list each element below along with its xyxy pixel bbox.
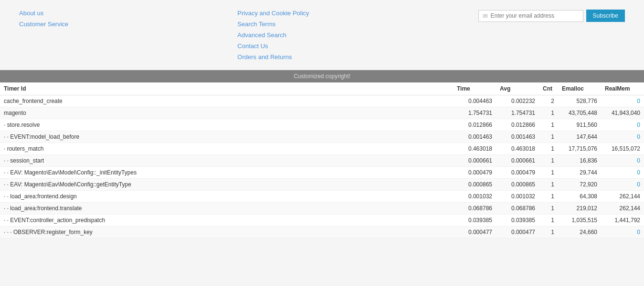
cell-emalloc: 1,035,515 bbox=[558, 214, 601, 226]
cell-avg: 0.001032 bbox=[496, 191, 539, 203]
table-header-row: Timer Id Time Avg Cnt Emalloc RealMem bbox=[0, 82, 644, 95]
cell-time: 0.001463 bbox=[453, 131, 496, 143]
cell-realmem[interactable]: 0 bbox=[601, 95, 644, 107]
cell-realmem[interactable]: 0 bbox=[601, 226, 644, 238]
cell-time: 1.754731 bbox=[453, 107, 496, 119]
customer-service-link[interactable]: Customer Service bbox=[19, 20, 68, 28]
email-input-wrapper: ✉ bbox=[478, 10, 583, 22]
cell-timer-id: cache_frontend_create bbox=[0, 95, 453, 107]
cell-realmem: 1,441,792 bbox=[601, 214, 644, 226]
table-row: · · EAV: Magento\Eav\Model\Config::getEn… bbox=[0, 179, 644, 191]
cell-emalloc: 16,836 bbox=[558, 155, 601, 167]
cell-timer-id: · store.resolve bbox=[0, 119, 453, 131]
cell-avg: 0.002232 bbox=[496, 95, 539, 107]
cell-time: 0.004463 bbox=[453, 95, 496, 107]
cell-cnt: 1 bbox=[539, 155, 558, 167]
cell-timer-id: · · EVENT:controller_action_predispatch bbox=[0, 214, 453, 226]
header: About us Customer Service Privacy and Co… bbox=[0, 0, 644, 70]
cell-timer-id: · · EVENT:model_load_before bbox=[0, 131, 453, 143]
advanced-search-link[interactable]: Advanced Search bbox=[237, 31, 309, 39]
mail-icon: ✉ bbox=[483, 12, 488, 20]
cell-realmem: 16,515,072 bbox=[601, 143, 644, 155]
cell-time: 0.000865 bbox=[453, 179, 496, 191]
cell-timer-id: · · · OBSERVER:register_form_key bbox=[0, 226, 453, 238]
cell-emalloc: 219,012 bbox=[558, 203, 601, 214]
table-row: magento1.7547311.754731143,705,44841,943… bbox=[0, 107, 644, 119]
cell-avg: 0.000477 bbox=[496, 226, 539, 238]
cell-cnt: 1 bbox=[539, 119, 558, 131]
cell-time: 0.068786 bbox=[453, 203, 496, 214]
table-row: · routers_match0.4630180.463018117,715,0… bbox=[0, 143, 644, 155]
cell-avg: 0.000661 bbox=[496, 155, 539, 167]
cell-cnt: 2 bbox=[539, 95, 558, 107]
subscribe-button[interactable]: Subscribe bbox=[586, 10, 625, 22]
header-cnt: Cnt bbox=[539, 82, 558, 95]
cell-time: 0.000477 bbox=[453, 226, 496, 238]
table-row: · · EVENT:model_load_before0.0014630.001… bbox=[0, 131, 644, 143]
subscribe-area: ✉ Subscribe bbox=[478, 10, 625, 22]
cell-avg: 0.001463 bbox=[496, 131, 539, 143]
search-terms-link[interactable]: Search Terms bbox=[237, 20, 309, 28]
cell-cnt: 1 bbox=[539, 107, 558, 119]
contact-us-link[interactable]: Contact Us bbox=[237, 42, 309, 50]
cell-timer-id: magento bbox=[0, 107, 453, 119]
cell-emalloc: 64,308 bbox=[558, 191, 601, 203]
table-row: · · EVENT:controller_action_predispatch0… bbox=[0, 214, 644, 226]
cell-realmem[interactable]: 0 bbox=[601, 131, 644, 143]
cell-timer-id: · · EAV: Magento\Eav\Model\Config::_init… bbox=[0, 167, 453, 179]
cell-emalloc: 911,560 bbox=[558, 119, 601, 131]
cell-cnt: 1 bbox=[539, 191, 558, 203]
cell-time: 0.463018 bbox=[453, 143, 496, 155]
cell-cnt: 1 bbox=[539, 203, 558, 214]
cell-timer-id: · · EAV: Magento\Eav\Model\Config::getEn… bbox=[0, 179, 453, 191]
header-time: Time bbox=[453, 82, 496, 95]
cell-cnt: 1 bbox=[539, 167, 558, 179]
cell-avg: 0.000865 bbox=[496, 179, 539, 191]
cell-cnt: 1 bbox=[539, 179, 558, 191]
table-row: · · session_start0.0006610.000661116,836… bbox=[0, 155, 644, 167]
timer-table: Timer Id Time Avg Cnt Emalloc RealMem ca… bbox=[0, 82, 644, 238]
cell-realmem[interactable]: 0 bbox=[601, 119, 644, 131]
table-row: · store.resolve0.0128660.0128661911,5600 bbox=[0, 119, 644, 131]
cell-cnt: 1 bbox=[539, 143, 558, 155]
table-row: cache_frontend_create0.0044630.002232252… bbox=[0, 95, 644, 107]
cell-avg: 1.754731 bbox=[496, 107, 539, 119]
cell-timer-id: · · load_area:frontend.translate bbox=[0, 203, 453, 214]
cell-timer-id: · · load_area:frontend.design bbox=[0, 191, 453, 203]
table-row: · · · OBSERVER:register_form_key0.000477… bbox=[0, 226, 644, 238]
header-avg: Avg bbox=[496, 82, 539, 95]
privacy-link[interactable]: Privacy and Cookie Policy bbox=[237, 10, 309, 17]
about-link[interactable]: About us bbox=[19, 10, 68, 17]
table-row: · · load_area:frontend.design0.0010320.0… bbox=[0, 191, 644, 203]
cell-emalloc: 147,644 bbox=[558, 131, 601, 143]
orders-returns-link[interactable]: Orders and Returns bbox=[237, 53, 309, 61]
cell-realmem[interactable]: 0 bbox=[601, 167, 644, 179]
cell-emalloc: 29,744 bbox=[558, 167, 601, 179]
cell-realmem: 262,144 bbox=[601, 203, 644, 214]
about-column: About us Customer Service bbox=[19, 10, 68, 28]
cell-avg: 0.463018 bbox=[496, 143, 539, 155]
cell-emalloc: 24,660 bbox=[558, 226, 601, 238]
cell-time: 0.012866 bbox=[453, 119, 496, 131]
copyright-text: Customized copyright! bbox=[294, 73, 350, 80]
cell-time: 0.000661 bbox=[453, 155, 496, 167]
email-input[interactable] bbox=[491, 12, 579, 19]
cell-timer-id: · · session_start bbox=[0, 155, 453, 167]
cell-emalloc: 528,776 bbox=[558, 95, 601, 107]
cell-timer-id: · routers_match bbox=[0, 143, 453, 155]
cell-realmem[interactable]: 0 bbox=[601, 155, 644, 167]
cell-cnt: 1 bbox=[539, 131, 558, 143]
cell-cnt: 1 bbox=[539, 226, 558, 238]
cell-cnt: 1 bbox=[539, 214, 558, 226]
cell-avg: 0.012866 bbox=[496, 119, 539, 131]
cell-emalloc: 72,920 bbox=[558, 179, 601, 191]
cell-realmem: 41,943,040 bbox=[601, 107, 644, 119]
cell-realmem[interactable]: 0 bbox=[601, 179, 644, 191]
cell-time: 0.001032 bbox=[453, 191, 496, 203]
cell-emalloc: 43,705,448 bbox=[558, 107, 601, 119]
header-timer-id: Timer Id bbox=[0, 82, 453, 95]
cell-avg: 0.039385 bbox=[496, 214, 539, 226]
cell-time: 0.000479 bbox=[453, 167, 496, 179]
table-row: · · load_area:frontend.translate0.068786… bbox=[0, 203, 644, 214]
cell-time: 0.039385 bbox=[453, 214, 496, 226]
